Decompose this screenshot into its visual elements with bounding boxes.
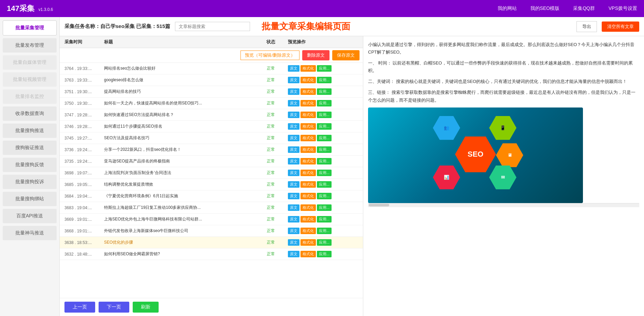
- op-btn-fmt[interactable]: 格式化: [301, 251, 316, 257]
- table-row[interactable]: 3669 . 19:01:...上海SEO优化外包上海牛巨微网络科技有限公司站群…: [60, 214, 363, 225]
- op-btn-orig[interactable]: 原文: [288, 135, 299, 141]
- op-btn-orig[interactable]: 原文: [288, 216, 299, 222]
- op-btn-fmt[interactable]: 格式化: [301, 181, 316, 188]
- op-btn-apply[interactable]: 应用...: [317, 146, 332, 153]
- hex-email: ✉: [489, 166, 516, 189]
- op-btn-fmt[interactable]: 格式化: [301, 146, 316, 153]
- op-btn-fmt[interactable]: 格式化: [301, 170, 316, 176]
- op-btn-fmt[interactable]: 格式化: [301, 135, 316, 141]
- table-row[interactable]: 3735 . 19:24:...亚马逊SEO提高产品排名的终极指南正常原文格式化…: [60, 156, 363, 167]
- hex-chart: 📊: [433, 166, 460, 189]
- op-btn-orig[interactable]: 原文: [288, 123, 299, 130]
- prev-page-button[interactable]: 上一页: [64, 302, 95, 313]
- op-btn-fmt[interactable]: 格式化: [301, 216, 316, 222]
- op-btn-orig[interactable]: 原文: [288, 77, 299, 83]
- op-btn-fmt[interactable]: 格式化: [301, 123, 316, 130]
- op-btn-apply[interactable]: 应用...: [317, 193, 332, 199]
- row-time: 3668 . 19:01:...: [60, 229, 101, 233]
- op-btn-orig[interactable]: 原文: [288, 170, 299, 176]
- sidebar-item-batch-collect[interactable]: 批量采集管理: [3, 20, 57, 35]
- table-row[interactable]: 3750 . 19:30:...如何在一天之内，快速提高网站排名的使用SEO技巧…: [60, 98, 363, 109]
- op-btn-apply[interactable]: 应用...: [317, 158, 332, 164]
- op-btn-orig[interactable]: 原文: [288, 204, 299, 211]
- export-button[interactable]: 导出: [576, 21, 597, 32]
- delete-original-button[interactable]: 删除原文: [302, 50, 330, 60]
- table-row[interactable]: 3683 . 19:04:...特斯拉上海超级工厂19日复工推动100多家供应商…: [60, 202, 363, 214]
- preview-section1: 一、 时间： 以前还有黑帽、白帽SEO，可以通过一些作弊的手段快速的获得排名，现…: [368, 59, 639, 74]
- op-btn-apply[interactable]: 应用...: [317, 88, 332, 95]
- op-btn-fmt[interactable]: 格式化: [301, 228, 316, 234]
- op-btn-fmt[interactable]: 格式化: [301, 77, 316, 83]
- sidebar-item-baidu-api[interactable]: 百度API推送: [3, 209, 57, 223]
- sidebar-item-batch-sogou-bind[interactable]: 批量搜狗绑站: [3, 192, 57, 206]
- op-btn-orig[interactable]: 原文: [288, 228, 299, 234]
- nav-my-website[interactable]: 我的网站: [498, 5, 517, 12]
- nav-my-seo-template[interactable]: 我的SEO模版: [530, 5, 560, 12]
- scrollbar-thumb[interactable]: [369, 204, 389, 206]
- op-btn-orig[interactable]: 原文: [288, 251, 299, 257]
- op-btn-apply[interactable]: 应用...: [317, 239, 332, 246]
- op-btn-fmt[interactable]: 格式化: [301, 204, 316, 211]
- op-btn-apply[interactable]: 应用...: [317, 65, 332, 72]
- sidebar-item-batch-shenma[interactable]: 批量神马推送: [3, 226, 57, 240]
- op-btn-fmt[interactable]: 格式化: [301, 158, 316, 164]
- sidebar-item-batch-publish[interactable]: 批量发布管理: [3, 38, 57, 53]
- nav-qq-group[interactable]: 采集QQ群: [573, 5, 595, 12]
- op-btn-fmt[interactable]: 格式化: [301, 193, 316, 199]
- table-row[interactable]: 3745 . 19:27:...SEO方法及提高排名技巧正常原文格式化应用...: [60, 132, 363, 144]
- op-btn-fmt[interactable]: 格式化: [301, 239, 316, 246]
- op-btn-apply[interactable]: 应用...: [317, 77, 332, 83]
- op-btn-apply[interactable]: 应用...: [317, 123, 332, 130]
- op-btn-apply[interactable]: 应用...: [317, 181, 332, 188]
- search-input[interactable]: [175, 22, 250, 31]
- op-btn-apply[interactable]: 应用...: [317, 216, 332, 222]
- sidebar-item-batch-sogou-complaint[interactable]: 批量搜狗投诉: [3, 175, 57, 189]
- row-ops: 原文格式化应用...: [284, 181, 363, 188]
- op-btn-orig[interactable]: 原文: [288, 65, 299, 72]
- row-ops: 原文格式化应用...: [284, 158, 363, 164]
- op-btn-apply[interactable]: 应用...: [317, 135, 332, 141]
- table-row[interactable]: 3638 . 18:53:...SEO优化的步骤正常原文格式化应用...: [60, 237, 363, 248]
- nav-vps-settings[interactable]: VPS拨号设置: [609, 5, 637, 12]
- op-btn-apply[interactable]: 应用...: [317, 228, 332, 234]
- op-btn-orig[interactable]: 原文: [288, 100, 299, 106]
- table-row[interactable]: 3685 . 19:05:...结构调整优化发展提质增效正常原文格式化应用...: [60, 179, 363, 190]
- sidebar-item-sogou-verify[interactable]: 搜狗验证推送: [3, 141, 57, 155]
- op-btn-orig[interactable]: 原文: [288, 112, 299, 118]
- row-status: 正常: [257, 193, 284, 199]
- op-btn-orig[interactable]: 原文: [288, 239, 299, 246]
- next-page-button[interactable]: 下一页: [99, 302, 129, 313]
- table-row[interactable]: 3668 . 19:01:...外链代发包收录上海新媒体seo牛巨微科技公司正常…: [60, 225, 363, 237]
- op-btn-apply[interactable]: 应用...: [317, 251, 332, 257]
- table-row[interactable]: 3632 . 18:48:...如何利用SEO做全网霸屏营销?正常原文格式化应用…: [60, 248, 363, 260]
- op-btn-orig[interactable]: 原文: [288, 193, 299, 199]
- refresh-button[interactable]: 刷新: [133, 302, 159, 313]
- op-btn-fmt[interactable]: 格式化: [301, 100, 316, 106]
- preview-label[interactable]: 预览（可编辑/删除原文）: [240, 51, 299, 60]
- op-btn-fmt[interactable]: 格式化: [301, 112, 316, 118]
- table-row[interactable]: 3751 . 19:30:...提高网站排名的技巧正常原文格式化应用...: [60, 86, 363, 98]
- table-row[interactable]: 3764 . 19:33:...网站排名seo怎么做会比较好正常原文格式化应用.…: [60, 63, 363, 74]
- op-btn-apply[interactable]: 应用...: [317, 100, 332, 106]
- table-row[interactable]: 3698 . 19:07:...上海法院判决'负面压制业务'合同违法正常原文格式…: [60, 167, 363, 179]
- sidebar-item-include-query[interactable]: 收录数据查询: [3, 106, 57, 121]
- op-btn-orig[interactable]: 原文: [288, 181, 299, 188]
- op-btn-fmt[interactable]: 格式化: [301, 88, 316, 95]
- horizontal-scrollbar[interactable]: [368, 203, 639, 207]
- op-btn-apply[interactable]: 应用...: [317, 112, 332, 118]
- table-row[interactable]: 3736 . 19:24:...分享一个2022新风口，抖音seo优化排名！正常…: [60, 144, 363, 156]
- clear-all-button[interactable]: 清空所有文章: [602, 21, 639, 32]
- table-row[interactable]: 3747 . 19:28:...如何快速通过SEO方法提高网站排名？正常原文格式…: [60, 109, 363, 121]
- save-original-button[interactable]: 保存原文: [332, 50, 360, 60]
- op-btn-fmt[interactable]: 格式化: [301, 65, 316, 72]
- table-row[interactable]: 3684 . 19:04:...《宁夏优化营商环境条例》6月1日起实施正常原文格…: [60, 190, 363, 202]
- table-row[interactable]: 3763 . 19:33:...googleseo排名怎么做正常原文格式化应用.…: [60, 74, 363, 86]
- table-row[interactable]: 3746 . 19:28:...如何通过11个步骤提高SEO排名正常原文格式化应…: [60, 121, 363, 132]
- op-btn-orig[interactable]: 原文: [288, 158, 299, 164]
- op-btn-orig[interactable]: 原文: [288, 88, 299, 95]
- op-btn-apply[interactable]: 应用...: [317, 170, 332, 176]
- sidebar-item-batch-sogou-feedback[interactable]: 批量搜狗反馈: [3, 158, 57, 172]
- op-btn-orig[interactable]: 原文: [288, 146, 299, 153]
- op-btn-apply[interactable]: 应用...: [317, 204, 332, 211]
- sidebar-item-batch-sogou-push[interactable]: 批量搜狗推送: [3, 124, 57, 138]
